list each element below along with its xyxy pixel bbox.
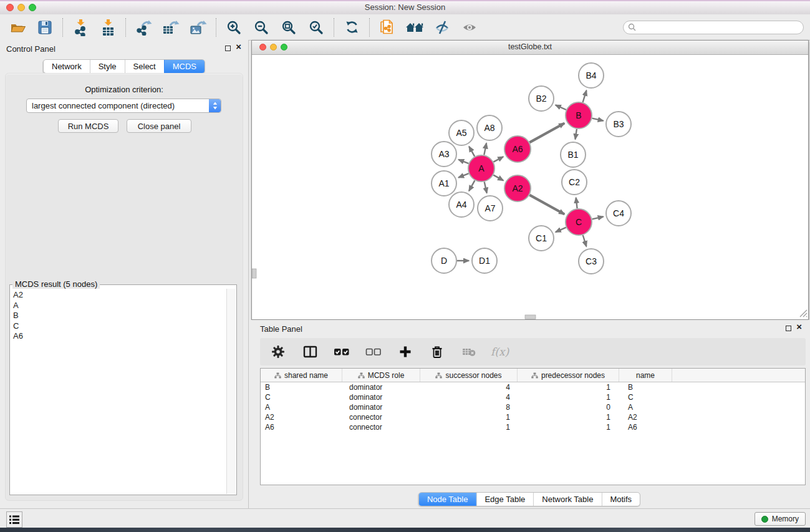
mcds-result-item[interactable]: C — [11, 321, 225, 332]
close-panel-icon[interactable]: × — [236, 42, 241, 52]
tab-edge-table[interactable]: Edge Table — [476, 493, 533, 506]
close-window-button[interactable] — [6, 4, 14, 11]
search-input[interactable] — [639, 22, 799, 32]
delete-row-button[interactable] — [427, 342, 447, 362]
minimize-window-button[interactable] — [17, 4, 25, 11]
node-table: shared nameMCDS rolesuccessor nodesprede… — [260, 368, 806, 485]
edge-A-to-A7[interactable] — [485, 182, 487, 193]
delete-table-button[interactable] — [459, 342, 479, 362]
criterion-value: largest connected component (directed) — [27, 101, 209, 110]
tab-network-table[interactable]: Network Table — [533, 493, 601, 506]
show-all-button[interactable] — [460, 17, 480, 37]
close-table-panel-icon[interactable]: × — [796, 322, 802, 332]
columns-icon — [303, 345, 317, 359]
table-row[interactable]: Bdominator41B — [261, 382, 805, 392]
hide-selected-button[interactable] — [432, 17, 452, 37]
result-scrollbar[interactable] — [226, 289, 236, 494]
mcds-result-item[interactable]: A — [11, 301, 225, 311]
edge-A-to-A2[interactable] — [493, 175, 503, 181]
edge-A2-to-C[interactable] — [529, 195, 564, 215]
zoom-out-button[interactable] — [251, 17, 271, 37]
column-header-successor-nodes[interactable]: successor nodes — [420, 369, 518, 382]
memory-button[interactable]: Memory — [755, 512, 806, 526]
memory-label: Memory — [772, 515, 799, 523]
float-table-panel-icon[interactable] — [786, 326, 791, 331]
tab-node-table[interactable]: Node Table — [419, 493, 476, 506]
zoom-in-button[interactable] — [224, 17, 244, 37]
edge-C-to-C1[interactable] — [556, 228, 566, 232]
column-header-predecessor-nodes[interactable]: predecessor nodes — [518, 369, 619, 382]
add-row-button[interactable] — [395, 342, 415, 362]
mcds-result-item[interactable]: A2 — [11, 290, 225, 301]
table-row[interactable]: A6connector11A6 — [261, 422, 805, 432]
function-builder-button[interactable]: f(x) — [491, 346, 509, 358]
network-window-titlebar: testGlobe.txt — [252, 41, 808, 55]
edge-C-to-C4[interactable] — [592, 216, 604, 219]
edge-A-to-A3[interactable] — [458, 160, 468, 163]
zoom-selected-button[interactable] — [306, 17, 326, 37]
new-network-from-selection-button[interactable] — [377, 17, 397, 37]
search-field[interactable] — [623, 21, 804, 34]
desktop-strip — [0, 528, 810, 532]
table-cell: B — [261, 383, 342, 392]
export-table-button[interactable] — [161, 17, 181, 37]
minimize-network-button[interactable] — [270, 44, 277, 51]
task-history-button[interactable] — [6, 511, 22, 528]
edge-B-to-B2[interactable] — [556, 105, 566, 110]
edge-C-to-C2[interactable] — [576, 198, 577, 208]
list-icon — [7, 513, 21, 526]
export-network-button[interactable] — [133, 17, 153, 37]
export-image-icon — [190, 19, 207, 36]
edge-B-to-B4[interactable] — [583, 90, 587, 102]
vertical-scrollbar-thumb[interactable] — [252, 269, 256, 278]
edge-B-to-B3[interactable] — [592, 118, 604, 121]
deselect-all-button[interactable] — [364, 342, 383, 362]
float-panel-icon[interactable] — [225, 46, 231, 51]
save-session-button[interactable] — [35, 17, 55, 37]
maximize-network-button[interactable] — [281, 44, 287, 51]
mcds-result-box: MCDS result (5 nodes) A2ABCA6 — [9, 284, 237, 495]
node-label-D1: D1 — [479, 256, 490, 266]
column-header-mcds-role[interactable]: MCDS role — [342, 369, 420, 382]
tab-style[interactable]: Style — [90, 60, 125, 73]
tab-mcds[interactable]: MCDS — [164, 60, 205, 73]
table-settings-button[interactable] — [268, 342, 288, 362]
zoom-in-icon — [226, 20, 241, 35]
mcds-result-item[interactable]: B — [11, 311, 225, 321]
tab-select[interactable]: Select — [125, 60, 164, 73]
edge-B-to-B1[interactable] — [576, 129, 577, 140]
network-canvas[interactable]: B4B2BB3A8A5A6A3B1AA1C2A2A4A7C4CC1DD1C3 — [252, 55, 808, 319]
first-neighbors-button[interactable] — [405, 17, 425, 37]
show-columns-button[interactable] — [300, 342, 320, 362]
import-network-button[interactable] — [70, 17, 90, 37]
edge-A-to-A1[interactable] — [458, 173, 468, 178]
resize-grip-icon[interactable] — [800, 310, 807, 317]
edge-A-to-A4[interactable] — [469, 180, 475, 191]
zoom-fit-button[interactable] — [279, 17, 299, 37]
maximize-window-button[interactable] — [29, 4, 36, 11]
table-row[interactable]: A2connector11A2 — [261, 412, 805, 422]
run-mcds-button[interactable]: Run MCDS — [58, 119, 118, 133]
criterion-dropdown[interactable]: largest connected component (directed) — [26, 99, 221, 113]
select-all-button[interactable] — [332, 342, 352, 362]
refresh-button[interactable] — [342, 17, 362, 37]
close-panel-button[interactable]: Close panel — [127, 119, 191, 133]
tab-network[interactable]: Network — [44, 60, 90, 73]
edge-A-to-A6[interactable] — [493, 157, 503, 162]
export-image-button[interactable] — [188, 17, 208, 37]
edge-A6-to-B[interactable] — [529, 123, 564, 143]
close-network-button[interactable] — [259, 44, 266, 51]
table-row[interactable]: Cdominator41C — [261, 392, 805, 402]
column-header-name[interactable]: name — [619, 369, 672, 382]
horizontal-scrollbar-thumb[interactable] — [525, 315, 536, 319]
edge-A-to-A5[interactable] — [469, 147, 475, 157]
edge-A-to-A8[interactable] — [484, 143, 486, 155]
tab-motifs[interactable]: Motifs — [601, 493, 640, 506]
plus-icon — [398, 345, 412, 359]
mcds-result-item[interactable]: A6 — [11, 331, 225, 342]
import-table-button[interactable] — [98, 17, 118, 37]
edge-C-to-C3[interactable] — [583, 235, 587, 246]
open-session-button[interactable] — [7, 17, 27, 37]
column-header-shared-name[interactable]: shared name — [261, 369, 342, 382]
table-row[interactable]: Adominator80A — [261, 402, 805, 412]
